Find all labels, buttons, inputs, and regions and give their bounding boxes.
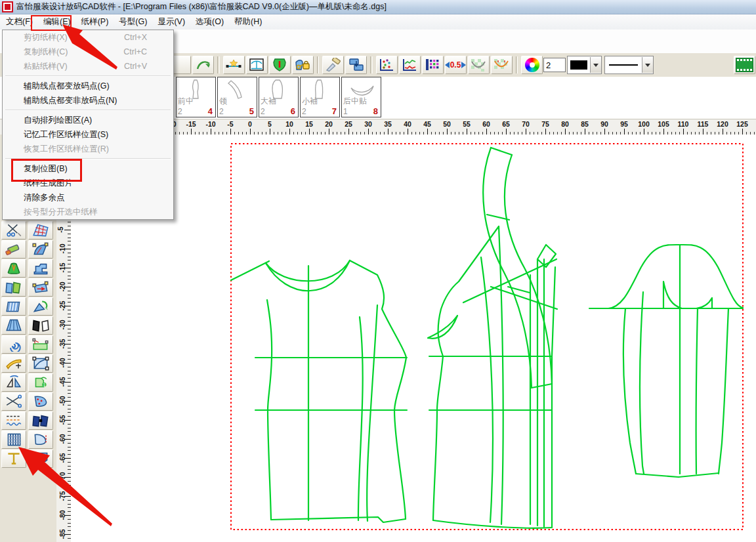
color-wheel-icon[interactable]	[521, 56, 543, 74]
ruler-label: 55	[463, 120, 471, 128]
edit-menu-item[interactable]: 按号型分开选中纸样	[3, 205, 173, 219]
pattern-size-count: 2	[261, 107, 265, 116]
edit-menu-item[interactable]: 恢复工作区纸样位置(R)	[3, 142, 173, 156]
pleats-tool-icon	[5, 432, 23, 447]
menu-item-label: 粘贴纸样(V)	[24, 61, 68, 72]
menu-item-4[interactable]: 号型(G)	[114, 14, 152, 30]
edit-menu-item[interactable]: 纸样生成图片	[3, 176, 173, 190]
dropdown-caret-icon[interactable]	[590, 57, 601, 73]
ruler-label: 5	[268, 120, 272, 128]
grade-table-icon[interactable]	[422, 56, 444, 74]
menu-item-1[interactable]: 文档(F)	[1, 14, 37, 30]
pieces-tool-button[interactable]	[1, 278, 26, 297]
menu-item-3[interactable]: 纸样(P)	[77, 14, 114, 30]
arrange-pieces-icon[interactable]	[345, 56, 367, 74]
pattern-cell-3[interactable]: 大袖26	[259, 77, 299, 117]
ruler-label: 80	[561, 120, 569, 128]
seam-tool-button[interactable]	[28, 430, 53, 449]
line-chart-icon[interactable]	[399, 56, 421, 74]
pattern-cell-5[interactable]: 后中贴18	[341, 77, 381, 117]
pattern-size-count: 2	[219, 107, 224, 116]
curve-tool-button[interactable]	[28, 354, 53, 373]
edit-menu-item[interactable]: 清除多余点	[3, 190, 173, 205]
scissors-tool-icon	[5, 223, 23, 238]
grade-tool-button[interactable]	[28, 335, 53, 354]
menu-item-5[interactable]: 显示(V)	[153, 14, 190, 30]
edit-menu-item[interactable]: 复制位图(B)	[3, 161, 173, 176]
scissors-tool-button[interactable]	[1, 221, 26, 240]
pattern-size-count: 2	[302, 107, 306, 116]
film-strip-icon[interactable]	[734, 56, 755, 74]
ruler-label: 90	[600, 120, 608, 128]
pattern-window-icon[interactable]	[246, 56, 268, 74]
text-tool-button[interactable]	[1, 449, 26, 468]
pleats-tool-button[interactable]	[1, 430, 26, 449]
spiral-tool-button[interactable]	[1, 335, 26, 354]
menu-item-7[interactable]: 帮助(H)	[230, 14, 266, 30]
menu-item-label: 辅助线点都变放码点(G)	[24, 81, 110, 92]
ruler-label: 100	[638, 120, 650, 128]
skirt-tool-button[interactable]	[1, 316, 26, 335]
dropdown-caret-icon[interactable]	[642, 57, 653, 73]
ruler-label: -5	[227, 120, 233, 128]
wave-tool-icon	[32, 451, 50, 466]
hatch-tool-icon	[5, 299, 23, 314]
hatch-tool-button[interactable]	[1, 297, 26, 316]
cut-tool-button[interactable]	[1, 392, 26, 411]
toolbar-separator	[217, 56, 220, 73]
pattern-number: 4	[208, 106, 213, 116]
ruler-label: 85	[581, 120, 589, 128]
scale-0-5-icon[interactable]: 0.5	[445, 56, 467, 74]
menu-item-label: 纸样生成图片	[24, 178, 73, 189]
ruler-label: 50	[443, 120, 451, 128]
line-width-input[interactable]	[543, 58, 566, 72]
edit-menu-item[interactable]: 复制纸样(C)Ctrl+C	[3, 45, 173, 59]
edit-menu-item[interactable]: 记忆工作区纸样位置(S)	[3, 127, 173, 142]
redo-arrow-icon[interactable]	[192, 56, 214, 74]
menu-item-6[interactable]: 选项(O)	[191, 14, 228, 30]
line-color-select[interactable]	[567, 56, 602, 74]
dots-tool-button[interactable]	[28, 392, 53, 411]
two-point-line-icon[interactable]	[223, 56, 245, 74]
pattern-name: 后中贴	[343, 96, 367, 107]
menu-separator	[3, 73, 173, 79]
jug-tool-button[interactable]: 1	[28, 373, 53, 392]
menu-item-2[interactable]: 编辑(E)	[39, 14, 75, 30]
mirror-tool-button[interactable]	[28, 316, 53, 335]
wave-tool-button[interactable]	[28, 449, 53, 468]
edit-menu-item[interactable]: 辅助线点都变非放码点(N)	[3, 93, 173, 108]
machine-tool-button[interactable]	[28, 259, 53, 278]
bag-tool-button[interactable]	[1, 259, 26, 278]
ruler-label: 0	[248, 120, 252, 128]
comb-tool-button[interactable]	[1, 354, 26, 373]
pattern-cell-1[interactable]: 前中24	[176, 77, 216, 117]
pattern-cell-2[interactable]: 领25	[217, 77, 257, 117]
edit-menu-item[interactable]: 粘贴纸样(V)Ctrl+V	[3, 59, 173, 73]
title-bar[interactable]: 富怡服装设计放码CAD软件 - [E:\Program Files (x86)\…	[0, 0, 756, 14]
move-tool-button[interactable]	[28, 278, 53, 297]
pattern-cell-4[interactable]: 小袖27	[300, 77, 340, 117]
line-style-select[interactable]	[604, 56, 654, 74]
ruler-label: 95	[620, 120, 628, 128]
edit-menu-item[interactable]: 剪切纸样(X)Ctrl+X	[3, 30, 173, 45]
edit-menu-item[interactable]: 自动排列绘图区(A)	[3, 113, 173, 127]
edit-menu-item[interactable]: 辅助线点都变放码点(G)	[3, 79, 173, 93]
turn-tool-button[interactable]	[28, 297, 53, 316]
curve-tool-icon	[32, 356, 50, 371]
curve-checker-alt-icon[interactable]	[491, 56, 513, 74]
shield-one-icon[interactable]	[269, 56, 291, 74]
pair-tool-button[interactable]	[28, 411, 53, 430]
flip-tool-button[interactable]	[1, 373, 26, 392]
ruler-label: 25	[345, 120, 352, 128]
lock-pattern-icon[interactable]	[292, 56, 314, 74]
scatter-chart-icon[interactable]	[376, 56, 398, 74]
dart-tool-button[interactable]	[28, 240, 53, 259]
dart-tool-icon	[32, 242, 50, 257]
stitch-tool-button[interactable]	[1, 411, 26, 430]
ruler-label: 75	[541, 120, 549, 128]
eraser-tool-button[interactable]	[1, 240, 26, 259]
menu-separator	[3, 108, 173, 113]
clean-brush-icon[interactable]	[322, 56, 344, 74]
curve-checker-icon[interactable]	[468, 56, 490, 74]
net-tool-button[interactable]	[28, 221, 53, 240]
